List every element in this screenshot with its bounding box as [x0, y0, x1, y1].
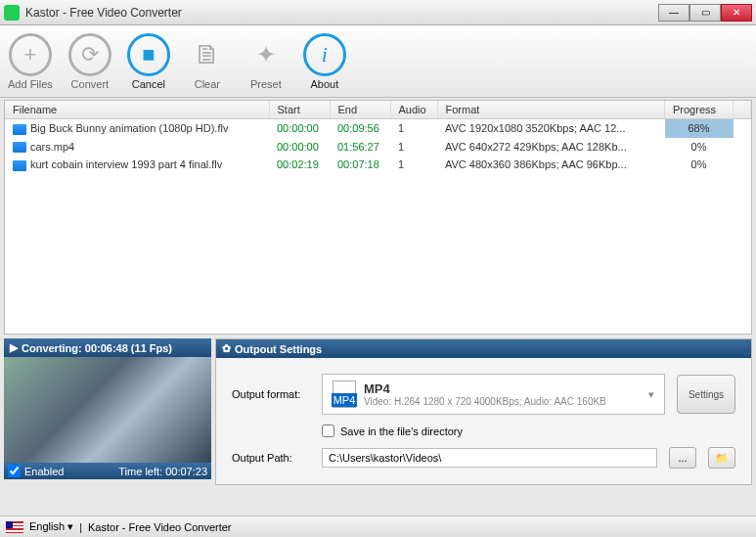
toolbar: + Add Files ⟳ Convert ■ Cancel 🗎 Clear ✦… — [0, 25, 756, 98]
convert-button[interactable]: ⟳ Convert — [68, 33, 111, 90]
output-settings-panel: ✿ Outpout Settings Output format: MP4 MP… — [215, 338, 752, 485]
folder-icon: 📁 — [715, 452, 729, 465]
status-appname: Kastor - Free Video Converter — [88, 521, 232, 533]
preview-header: ▶ Converting: 00:06:48 (11 Fps) — [4, 338, 211, 357]
chevron-down-icon: ▾ — [648, 388, 654, 401]
save-in-dir-checkbox[interactable] — [322, 425, 334, 437]
app-icon — [4, 5, 20, 21]
video-file-icon — [13, 142, 26, 153]
enabled-label: Enabled — [24, 466, 64, 477]
col-progress[interactable]: Progress — [665, 101, 734, 119]
output-path-input[interactable] — [322, 448, 657, 468]
play-icon: ▶ — [10, 341, 18, 354]
gear-icon: ✿ — [222, 342, 231, 355]
video-file-icon — [13, 124, 26, 135]
col-filename[interactable]: Filename — [5, 101, 269, 119]
output-format-select[interactable]: MP4 MP4 Video: H.264 1280 x 720 4000KBps… — [322, 374, 665, 415]
col-end[interactable]: End — [330, 101, 390, 119]
plus-icon: + — [9, 33, 52, 76]
browse-button[interactable]: ... — [669, 447, 696, 469]
stop-icon: ■ — [127, 33, 170, 76]
wand-icon: ✦ — [245, 33, 288, 76]
open-folder-button[interactable]: 📁 — [708, 447, 735, 469]
output-path-label: Output Path: — [232, 452, 310, 464]
preview-panel: ▶ Converting: 00:06:48 (11 Fps) Enabled … — [4, 338, 211, 485]
refresh-icon: ⟳ — [68, 33, 111, 76]
statusbar: English ▾ | Kastor - Free Video Converte… — [0, 515, 756, 537]
close-button[interactable]: ✕ — [721, 4, 752, 22]
preset-button[interactable]: ✦ Preset — [245, 33, 288, 90]
save-in-dir-label: Save in the file's directory — [340, 425, 463, 437]
col-format[interactable]: Format — [437, 101, 665, 119]
preview-image — [4, 357, 211, 463]
flag-icon — [6, 521, 23, 533]
clear-button[interactable]: 🗎 Clear — [186, 33, 229, 90]
enabled-checkbox[interactable] — [8, 465, 21, 477]
info-icon: i — [303, 33, 346, 76]
col-audio[interactable]: Audio — [390, 101, 437, 119]
output-format-label: Output format: — [232, 388, 310, 400]
about-button[interactable]: i About — [303, 33, 346, 90]
table-row[interactable]: cars.mp4 00:00:00 01:56:27 1 AVC 640x272… — [5, 138, 751, 157]
time-left-label: Time left: 00:07:23 — [118, 466, 207, 477]
language-select[interactable]: English ▾ — [29, 520, 73, 533]
file-table[interactable]: Filename Start End Audio Format Progress… — [4, 100, 752, 335]
settings-button[interactable]: Settings — [677, 375, 735, 414]
table-row[interactable]: Big Buck Bunny animation (1080p HD).flv … — [5, 119, 751, 138]
minimize-button[interactable]: — — [658, 4, 689, 22]
table-row[interactable]: kurt cobain interview 1993 part 4 final.… — [5, 156, 751, 174]
titlebar: Kastor - Free Video Converter — ▭ ✕ — [0, 0, 756, 25]
add-files-button[interactable]: + Add Files — [8, 33, 53, 90]
cancel-button[interactable]: ■ Cancel — [127, 33, 170, 90]
settings-header: ✿ Outpout Settings — [216, 339, 751, 358]
window-title: Kastor - Free Video Converter — [25, 6, 658, 20]
video-file-icon — [13, 160, 26, 171]
col-start[interactable]: Start — [269, 101, 330, 119]
maximize-button[interactable]: ▭ — [689, 4, 721, 22]
document-icon: 🗎 — [186, 33, 229, 76]
mp4-icon: MP4 — [333, 380, 356, 408]
